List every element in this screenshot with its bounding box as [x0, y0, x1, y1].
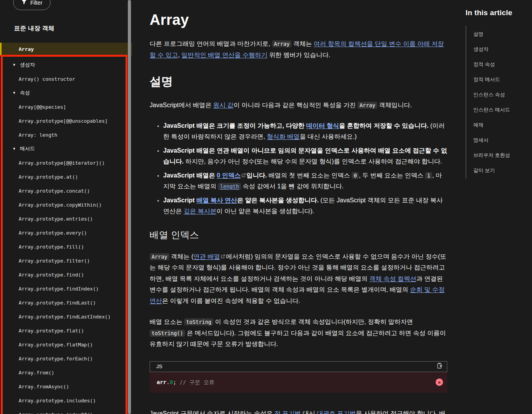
text: 이 속성인 것과 같은 방식으로 객체 속성입니다(하지만, 정확히 말하자면	[213, 318, 413, 325]
toc-item[interactable]: 브라우저 호환성	[473, 152, 510, 158]
sidebar-group-label: 메서드	[20, 145, 35, 152]
section-heading-array-index: 배열 인덱스	[150, 229, 447, 241]
toc-list-item: 생성자	[473, 42, 532, 57]
copy-button[interactable]	[436, 362, 443, 371]
toc-list-item: 인스턴스 속성	[473, 87, 532, 102]
sidebar-item[interactable]: Array.prototype.entries()	[0, 212, 132, 226]
text: JavaScript에서 배열은	[150, 102, 213, 108]
text: 은 메서드입니다). 그럼에도 불구하고 다음과 같이 배열의 요소에 접근하려…	[150, 330, 446, 348]
bold-text: 입니다.	[246, 172, 267, 179]
article-content: Array 다른 프로그래밍 언어의 배열과 마찬가지로, Array 객체는 …	[150, 0, 447, 414]
text: 속성 값에서 1을 뺀 값에 위치합니다.	[241, 183, 344, 190]
toc-list-item: 인스턴스 메서드	[473, 102, 532, 117]
text: 배열 요소는	[150, 318, 184, 325]
sidebar-section-title: 표준 내장 객체	[14, 24, 54, 33]
sidebar-item[interactable]: Array.prototype.copyWithin()	[0, 198, 132, 212]
sidebar-item[interactable]: Array.prototype.indexOf()	[0, 407, 132, 414]
sidebar-item[interactable]: Array.prototype[@@unscopables]	[0, 114, 132, 128]
intro-paragraph: 다른 프로그래밍 언어의 배열과 마찬가지로, Array 객체는 여러 항목의…	[150, 38, 447, 61]
inline-link[interactable]: 점 표기법	[274, 410, 301, 414]
array-index-paragraph-2: 배열 요소는 toString 이 속성인 것과 같은 방식으로 객체 속성입니…	[150, 317, 447, 350]
toc-item[interactable]: 인스턴스 메서드	[473, 107, 510, 113]
inline-code: Array	[272, 40, 292, 47]
code-language-label: JS	[156, 364, 162, 369]
external-link-icon	[221, 251, 225, 263]
toc-item[interactable]: 인스턴스 속성	[473, 92, 505, 97]
code-token: .	[166, 379, 169, 385]
inline-link[interactable]: 일반적인 배열 연산을 수행하기	[181, 52, 267, 58]
sidebar-item[interactable]: Array.prototype.every()	[0, 226, 132, 240]
sidebar-item[interactable]: Array.prototype.forEach()	[0, 351, 132, 365]
section-heading-description: 설명	[150, 74, 447, 90]
sidebar-item[interactable]: Array.prototype.includes()	[0, 393, 132, 407]
sidebar-item[interactable]: Array.prototype.find()	[0, 268, 132, 282]
bold-text: JavaScript 배열은	[163, 172, 217, 179]
sidebar-item[interactable]: Array.prototype.at()	[0, 170, 132, 184]
sidebar-group-toggle[interactable]: ▼생성자	[0, 58, 132, 72]
inline-link[interactable]: 깊은 복사본	[183, 208, 216, 214]
code-token: 0	[170, 379, 173, 385]
filter-label: Filter	[30, 0, 42, 6]
toc-list-item: 정적 속성	[473, 57, 532, 72]
inline-link[interactable]: 원시 값	[213, 102, 234, 108]
sidebar-item[interactable]: Array.prototype.concat()	[0, 184, 132, 198]
toc-list-item: 브라우저 호환성	[473, 148, 532, 163]
collapse-triangle-icon: ▼	[12, 91, 16, 95]
bold-text: JavaScript 배열은 크기를 조정이 가능하고, 다양한	[163, 122, 306, 129]
inline-link[interactable]: 0 인덱스	[217, 172, 241, 179]
code-token	[176, 379, 180, 385]
notation-paragraph: JavaScript 구문에서 숫자로 시작하는 속성은 점 표기법 대신 대괄…	[150, 408, 447, 414]
toc-item[interactable]: 명세서	[473, 137, 488, 143]
external-link-icon	[241, 170, 246, 181]
sidebar-group-toggle[interactable]: ▼속성	[0, 86, 132, 100]
text: ,	[178, 52, 181, 58]
sidebar-item[interactable]: Array.prototype.flat()	[0, 324, 132, 337]
sidebar-item[interactable]: Array.from()	[0, 365, 132, 379]
toc-item[interactable]: 예제	[473, 122, 483, 128]
error-icon: ×	[436, 379, 443, 386]
inline-link[interactable]: 객체 속성 컬렉션	[369, 275, 416, 282]
sidebar-item[interactable]: Array.fromAsync()	[0, 379, 132, 393]
sidebar-item[interactable]: Array: length	[0, 128, 132, 142]
text: JavaScript 구문에서 숫자로 시작하는 속성은	[150, 410, 274, 414]
current-item-label: Array	[19, 46, 34, 52]
toc-list-item: 예제	[473, 117, 532, 132]
page-title: Array	[150, 12, 447, 28]
inline-link[interactable]: 배열 복사 연산	[196, 197, 237, 204]
inline-link[interactable]: 데이터 형식	[306, 122, 339, 129]
sidebar-item[interactable]: Array() constructor	[0, 72, 132, 86]
sidebar-item[interactable]: Array.prototype.findLastIndex()	[0, 310, 132, 324]
inline-link[interactable]: 연관 배열	[194, 253, 220, 260]
toc-item[interactable]: 같이 보기	[473, 167, 495, 173]
toc-item[interactable]: 설명	[473, 31, 483, 37]
code-example: JS arr.0; // 구문 오류×	[150, 361, 447, 393]
sidebar-scrollbar[interactable]	[128, 0, 131, 414]
inline-code-link[interactable]: length	[218, 183, 241, 190]
sidebar-item[interactable]: Array.prototype.fill()	[0, 240, 132, 254]
sidebar-item-current-array[interactable]: Array	[0, 43, 132, 56]
bold-text: JavaScript	[163, 197, 196, 204]
toc-item[interactable]: 생성자	[473, 46, 488, 52]
filter-button[interactable]: Filter	[13, 0, 51, 10]
inline-link[interactable]: 형식화 배열	[267, 133, 300, 140]
toc-list-item: 설명	[473, 26, 532, 42]
text: 은 이렇게 이름 붙여진 속성에 적용할 수 없습니다.	[162, 297, 300, 304]
text: 객체는 (	[169, 253, 194, 260]
text: , 두 번째 요소는 인덱스	[359, 172, 425, 179]
toc-item[interactable]: 정적 속성	[473, 61, 495, 67]
sidebar-group-toggle[interactable]: ▼메서드	[0, 142, 132, 156]
inline-link[interactable]: 대괄호 표기법	[317, 410, 356, 414]
toc-item[interactable]: 정적 메서드	[473, 77, 500, 82]
sidebar-item[interactable]: Array.prototype.findIndex()	[0, 282, 132, 296]
sidebar-item[interactable]: Array.prototype.findLast()	[0, 296, 132, 310]
inline-code: toString	[184, 318, 213, 325]
text: 하지만, 음수가 아닌 정수(또는 해당 수의 문자열 형식)를 인덱스로 사용…	[183, 158, 442, 165]
sidebar-item[interactable]: Array.prototype[@@iterator]()	[0, 156, 132, 170]
sidebar-item[interactable]: Array[@@species]	[0, 100, 132, 114]
sidebar-item[interactable]: Array.prototype.filter()	[0, 254, 132, 268]
sidebar-item[interactable]: Array.prototype.flatMap()	[0, 337, 132, 351]
inline-code: Array	[150, 253, 169, 260]
toc-list: 설명생성자정적 속성정적 메서드인스턴스 속성인스턴스 메서드예제명세서브라우저…	[466, 26, 532, 179]
collapse-triangle-icon: ▼	[12, 147, 16, 151]
sidebar-group-label: 속성	[20, 89, 30, 96]
